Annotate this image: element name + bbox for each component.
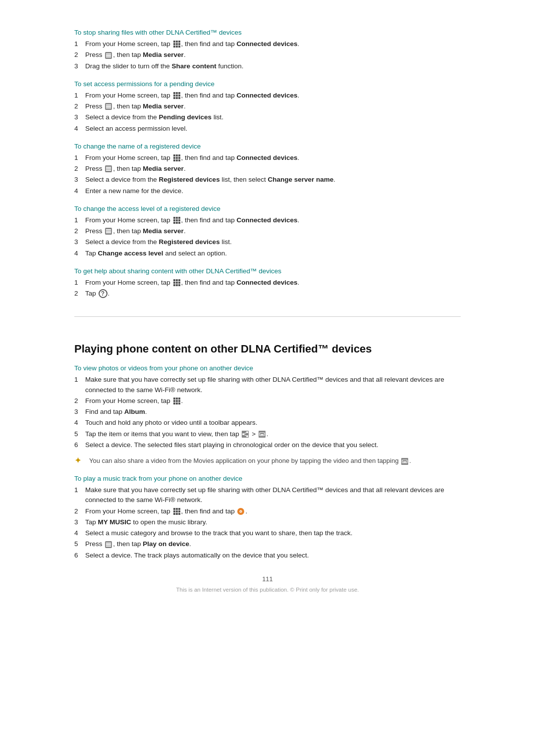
step-text: Drag the slider to turn off the Share co… bbox=[85, 61, 461, 71]
svg-rect-85 bbox=[173, 510, 175, 512]
svg-rect-10 bbox=[106, 53, 111, 54]
svg-rect-25 bbox=[106, 107, 111, 108]
svg-rect-21 bbox=[178, 97, 180, 99]
step-list-view-photos: 1 Make sure that you have correctly set … bbox=[74, 375, 461, 450]
svg-rect-32 bbox=[173, 159, 175, 161]
step-num: 4 bbox=[74, 186, 85, 196]
step-item: 3 Select a device from the Pending devic… bbox=[74, 112, 461, 122]
apps-icon bbox=[173, 92, 181, 100]
svg-rect-16 bbox=[173, 95, 175, 97]
svg-rect-37 bbox=[106, 168, 111, 169]
svg-rect-52 bbox=[173, 279, 175, 281]
svg-rect-86 bbox=[176, 510, 178, 512]
svg-rect-65 bbox=[176, 400, 178, 402]
step-item: 2 Tap ?. bbox=[74, 289, 461, 299]
svg-rect-54 bbox=[178, 279, 180, 281]
step-text: Tap MY MUSIC to open the music library. bbox=[85, 517, 461, 527]
step-item: 6 Select a device. The selected files st… bbox=[74, 440, 461, 450]
svg-rect-15 bbox=[178, 92, 180, 94]
section-set-access: To set access permissions for a pending … bbox=[74, 80, 461, 134]
step-text: Enter a new name for the device. bbox=[85, 186, 461, 196]
step-num: 6 bbox=[74, 551, 85, 560]
step-num: 2 bbox=[74, 396, 85, 406]
svg-rect-13 bbox=[173, 92, 175, 94]
svg-rect-28 bbox=[178, 154, 180, 156]
step-item: 2 Press , then tap Media server. bbox=[74, 101, 461, 111]
step-item: 4 Tap Change access level and select an … bbox=[74, 249, 461, 258]
step-num: 4 bbox=[74, 124, 85, 134]
svg-rect-7 bbox=[176, 46, 178, 48]
step-num: 1 bbox=[74, 485, 85, 505]
svg-point-73 bbox=[246, 435, 248, 437]
svg-rect-82 bbox=[173, 508, 175, 510]
svg-rect-87 bbox=[178, 510, 180, 512]
step-item: 3 Select a device from the Registered de… bbox=[74, 175, 461, 185]
svg-rect-26 bbox=[173, 154, 175, 156]
menu-icon bbox=[105, 227, 112, 235]
step-item: 1 From your Home screen, tap , then find… bbox=[74, 278, 461, 288]
svg-rect-18 bbox=[178, 95, 180, 97]
svg-rect-1 bbox=[176, 41, 178, 43]
svg-rect-53 bbox=[176, 279, 178, 281]
svg-rect-14 bbox=[176, 92, 178, 94]
step-item: 2 Press , then tap Media server. bbox=[74, 164, 461, 174]
svg-rect-81 bbox=[403, 461, 406, 462]
svg-rect-57 bbox=[178, 282, 180, 284]
step-num: 1 bbox=[74, 215, 85, 225]
step-text: Press , then tap Media server. bbox=[85, 101, 461, 111]
step-text: Touch and hold any photo or video until … bbox=[85, 418, 461, 428]
svg-rect-4 bbox=[176, 43, 178, 45]
svg-rect-47 bbox=[178, 222, 180, 224]
svg-rect-17 bbox=[176, 95, 178, 97]
step-num: 1 bbox=[74, 375, 85, 395]
step-item: 4 Touch and hold any photo or video unti… bbox=[74, 418, 461, 428]
svg-rect-88 bbox=[173, 513, 175, 515]
svg-rect-45 bbox=[173, 222, 175, 224]
section-play-music: To play a music track from your phone on… bbox=[74, 475, 461, 560]
section-view-photos: To view photos or videos from your phone… bbox=[74, 364, 461, 466]
main-heading: Playing phone content on other DLNA Cert… bbox=[74, 343, 461, 355]
svg-rect-62 bbox=[176, 398, 178, 400]
section-get-help: To get help about sharing content with o… bbox=[74, 267, 461, 299]
svg-rect-50 bbox=[106, 231, 111, 232]
step-num: 6 bbox=[74, 440, 85, 450]
svg-point-71 bbox=[246, 431, 248, 433]
section-heading-get-help: To get help about sharing content with o… bbox=[74, 267, 461, 275]
svg-rect-96 bbox=[106, 544, 111, 545]
step-text: From your Home screen, tap , then find a… bbox=[85, 215, 461, 225]
page-content: To stop sharing files with other DLNA Ce… bbox=[74, 0, 461, 622]
svg-point-72 bbox=[242, 433, 244, 435]
step-text: Select a device from the Pending devices… bbox=[85, 112, 461, 122]
question-icon: ? bbox=[99, 289, 107, 298]
svg-rect-8 bbox=[178, 46, 180, 48]
step-item: 5 Press , then tap Play on device. bbox=[74, 539, 461, 549]
step-num: 3 bbox=[74, 112, 85, 122]
svg-rect-29 bbox=[173, 157, 175, 159]
step-text: Select a music category and browse to th… bbox=[85, 528, 461, 538]
step-num: 3 bbox=[74, 237, 85, 247]
svg-rect-97 bbox=[106, 546, 111, 547]
svg-rect-19 bbox=[173, 97, 175, 99]
footer-note: This is an Internet version of this publ… bbox=[74, 587, 461, 593]
step-text: Make sure that you have correctly set up… bbox=[85, 375, 461, 395]
step-num: 3 bbox=[74, 61, 85, 71]
svg-rect-84 bbox=[178, 508, 180, 510]
svg-rect-24 bbox=[106, 106, 111, 107]
step-num: 3 bbox=[74, 175, 85, 185]
menu-icon bbox=[105, 165, 112, 173]
step-text: Press , then tap Media server. bbox=[85, 226, 461, 236]
apps-icon bbox=[173, 154, 181, 162]
step-item: 6 Select a device. The track plays autom… bbox=[74, 551, 461, 560]
svg-rect-27 bbox=[176, 154, 178, 156]
step-text: From your Home screen, tap , then find a… bbox=[85, 278, 461, 288]
step-item: 1 From your Home screen, tap , then find… bbox=[74, 91, 461, 101]
step-text: Select a device. The track plays automat… bbox=[85, 551, 461, 560]
step-text: Find and tap Album. bbox=[85, 407, 461, 417]
step-list-change-access: 1 From your Home screen, tap , then find… bbox=[74, 215, 461, 258]
apps-icon bbox=[173, 507, 181, 515]
svg-rect-30 bbox=[176, 157, 178, 159]
svg-rect-33 bbox=[176, 159, 178, 161]
section-heading-stop-sharing: To stop sharing files with other DLNA Ce… bbox=[74, 29, 461, 36]
step-num: 1 bbox=[74, 153, 85, 163]
section-heading-view-photos: To view photos or videos from your phone… bbox=[74, 364, 461, 372]
